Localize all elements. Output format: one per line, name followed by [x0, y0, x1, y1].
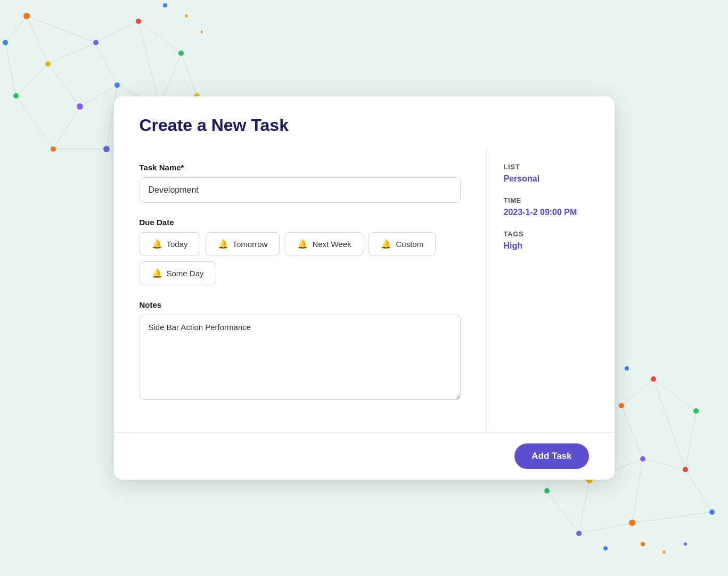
- svg-line-14: [16, 96, 53, 149]
- due-date-today-btn[interactable]: 🔔 Today: [140, 232, 200, 256]
- left-panel: Task Name* Due Date 🔔 Today 🔔 Tomorrow: [114, 148, 487, 432]
- svg-line-1: [96, 21, 138, 43]
- svg-point-56: [619, 403, 624, 408]
- svg-point-67: [641, 542, 645, 546]
- svg-line-7: [80, 85, 117, 106]
- svg-line-10: [53, 106, 80, 149]
- tags-meta-group: TAGS High: [504, 230, 598, 251]
- svg-point-22: [93, 40, 99, 45]
- svg-point-57: [651, 376, 656, 382]
- modal-body: Task Name* Due Date 🔔 Today 🔔 Tomorrow: [114, 148, 615, 432]
- due-date-custom-btn[interactable]: 🔔 Custom: [369, 232, 436, 256]
- due-date-custom-label: Custom: [396, 240, 423, 249]
- create-task-modal: Create a New Task Task Name* Due Date 🔔 …: [114, 96, 615, 480]
- svg-line-13: [16, 64, 48, 96]
- svg-point-30: [103, 146, 110, 152]
- svg-line-45: [643, 459, 685, 470]
- list-value: Personal: [504, 174, 540, 183]
- due-date-label: Due Date: [140, 218, 461, 227]
- modal-header: Create a New Task: [114, 96, 615, 148]
- svg-line-2: [138, 21, 181, 53]
- time-meta-group: TIME 2023-1-2 09:00 PM: [504, 196, 598, 217]
- due-date-today-label: Today: [167, 240, 188, 249]
- svg-point-36: [201, 30, 202, 34]
- svg-line-19: [181, 53, 197, 96]
- due-date-tomorrow-btn[interactable]: 🔔 Tomorrow: [206, 232, 280, 256]
- svg-point-64: [629, 520, 635, 526]
- list-meta-group: LIST Personal: [504, 163, 598, 184]
- due-date-tomorrow-label: Tomorrow: [233, 240, 268, 249]
- svg-line-51: [547, 491, 579, 533]
- svg-point-63: [576, 531, 582, 536]
- notes-label: Notes: [140, 300, 461, 309]
- time-label: TIME: [504, 196, 598, 204]
- list-label: LIST: [504, 163, 598, 171]
- svg-line-0: [27, 16, 96, 43]
- task-name-label: Task Name*: [140, 163, 461, 172]
- svg-line-16: [5, 16, 27, 43]
- svg-point-58: [693, 408, 699, 414]
- notes-group: Notes Side Bar Action Performance: [140, 300, 461, 402]
- svg-point-21: [23, 13, 30, 19]
- bell-icon-next-week: 🔔: [297, 239, 308, 249]
- modal-footer: Add Task: [114, 432, 615, 480]
- svg-point-23: [136, 19, 141, 24]
- svg-line-4: [48, 43, 96, 64]
- svg-point-66: [709, 509, 715, 515]
- svg-line-47: [579, 480, 590, 533]
- svg-point-24: [178, 51, 184, 56]
- svg-point-32: [3, 40, 8, 45]
- svg-line-54: [653, 379, 685, 470]
- notes-textarea[interactable]: Side Bar Action Performance: [140, 315, 461, 400]
- svg-line-53: [632, 512, 712, 523]
- right-panel: LIST Personal TIME 2023-1-2 09:00 PM TAG…: [487, 148, 615, 432]
- bell-icon-tomorrow: 🔔: [218, 239, 228, 249]
- svg-line-46: [685, 411, 696, 470]
- add-task-button[interactable]: Add Task: [514, 443, 588, 469]
- svg-point-34: [163, 3, 167, 7]
- due-date-next-week-btn[interactable]: 🔔 Next Week: [285, 232, 363, 256]
- svg-point-31: [13, 93, 19, 98]
- svg-point-68: [662, 550, 666, 554]
- due-date-some-day-label: Some Day: [167, 269, 204, 278]
- svg-line-5: [48, 64, 80, 106]
- due-date-buttons: 🔔 Today 🔔 Tomorrow 🔔 Next Week 🔔 Custom: [140, 232, 461, 285]
- svg-line-48: [579, 523, 632, 533]
- svg-line-38: [621, 379, 653, 406]
- svg-line-43: [621, 406, 643, 459]
- bell-icon-custom: 🔔: [381, 239, 391, 249]
- svg-line-39: [653, 379, 696, 411]
- svg-point-61: [640, 456, 645, 462]
- bell-icon-today: 🔔: [152, 239, 162, 249]
- svg-point-25: [45, 61, 51, 67]
- due-date-next-week-label: Next Week: [312, 240, 351, 249]
- svg-line-52: [685, 470, 712, 512]
- task-name-input[interactable]: [140, 177, 461, 203]
- due-date-group: Due Date 🔔 Today 🔔 Tomorrow 🔔 Next Week: [140, 218, 461, 285]
- svg-point-35: [185, 14, 188, 18]
- svg-point-71: [625, 366, 629, 371]
- svg-point-29: [51, 146, 56, 152]
- svg-point-62: [683, 467, 688, 472]
- bell-icon-some-day: 🔔: [152, 268, 162, 278]
- svg-line-3: [27, 16, 48, 64]
- svg-line-6: [96, 43, 117, 85]
- due-date-some-day-btn[interactable]: 🔔 Some Day: [140, 261, 216, 285]
- svg-point-65: [544, 488, 550, 493]
- task-name-group: Task Name*: [140, 163, 461, 203]
- svg-point-70: [684, 542, 687, 546]
- svg-line-15: [138, 21, 160, 106]
- modal-title: Create a New Task: [140, 116, 589, 135]
- svg-line-49: [632, 459, 643, 523]
- svg-point-27: [114, 83, 120, 88]
- svg-line-17: [5, 43, 16, 96]
- tags-value: High: [504, 241, 523, 250]
- time-value: 2023-1-2 09:00 PM: [504, 208, 577, 217]
- tags-label: TAGS: [504, 230, 598, 238]
- svg-point-26: [77, 103, 83, 110]
- svg-point-69: [603, 546, 608, 550]
